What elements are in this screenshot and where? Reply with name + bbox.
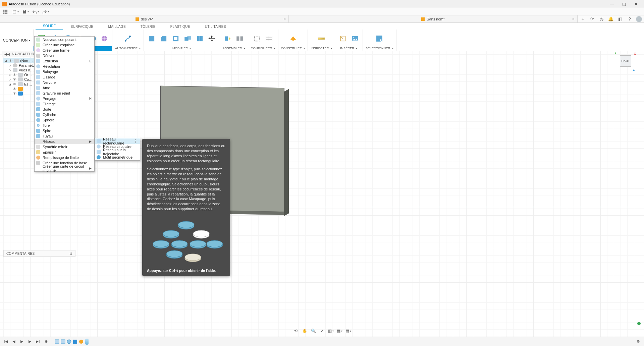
tree-toggle-icon[interactable]: ▷ [8,68,11,72]
tree-toggle-icon[interactable]: ◢ [8,82,11,86]
bell-icon[interactable]: 🔔 [608,16,614,22]
timeline-settings-button[interactable]: ⚙ [635,339,641,345]
tool-asbuilt[interactable] [235,34,245,44]
file-menu-button[interactable] [11,9,19,15]
tool-select[interactable] [374,33,385,44]
tree-toggle-icon[interactable]: ◢ [4,59,7,62]
timeline[interactable] [54,339,89,345]
ribbon-group-label[interactable]: CONSTRUIRE [281,46,305,51]
timeline-node[interactable] [72,339,78,344]
menu-item-revolution[interactable]: Révolution [35,64,94,69]
tool-joint[interactable] [223,34,233,44]
pan-button[interactable]: ✋ [302,328,308,334]
zoom-button[interactable]: 🔍 [310,328,316,334]
visibility-icon[interactable]: 👁 [13,82,17,86]
menu-item-deriver[interactable]: Dériver [35,53,94,58]
timeline-play-button[interactable]: ▶ [19,339,25,345]
ribbon-group-label[interactable]: MODIFIER [172,46,191,51]
window-maximize-button[interactable]: ▢ [618,0,630,8]
menu-item-boite[interactable]: Boîte [35,107,94,112]
tool-split[interactable] [195,34,205,44]
extensions-icon[interactable]: ◧ [617,16,623,22]
ribbon-tab-tolerie[interactable]: TÔLERIE [133,24,163,30]
tree-toggle-icon[interactable]: ▷ [8,78,11,81]
comments-bar[interactable]: COMMENTAIRES ⚙ [3,250,75,257]
timeline-node[interactable] [66,339,72,344]
visibility-icon[interactable]: 👁 [13,87,17,91]
timeline-node[interactable] [54,339,60,344]
tool-config-table[interactable] [264,34,274,44]
pin-icon[interactable]: ⋮ [133,139,137,143]
ribbon-group-label[interactable]: INSÉRER [340,46,357,51]
undo-button[interactable] [32,9,40,15]
window-close-button[interactable]: ✕ [630,0,642,8]
menu-item-balayage[interactable]: Balayage [35,69,94,74]
ribbon-tab-surfacique[interactable]: SURFACIQUE [63,24,101,30]
tool-plane[interactable] [287,33,299,44]
timeline-node[interactable] [78,339,84,344]
ribbon-group-label[interactable]: ASSEMBLER [223,46,245,51]
clock-icon[interactable]: ◷ [598,16,604,22]
status-indicator[interactable] [637,322,641,325]
display-style-button[interactable]: ▥ [328,328,334,334]
model-canvas[interactable]: HAUT X Y Z ⟲ ✋ 🔍 ⤢ ▥ ▦ ▤ [0,51,644,337]
menu-item-nouveau-composant[interactable]: Nouveau composant [35,37,94,42]
timeline-node[interactable] [60,339,66,344]
menu-item-nervure[interactable]: Nervure [35,80,94,85]
menu-item-tore[interactable]: Tore [35,123,94,128]
orbit-button[interactable]: ⟲ [293,328,299,334]
menu-item-percage[interactable]: PerçageH [35,96,94,101]
tool-shell[interactable] [171,34,181,44]
tool-insert-derive[interactable] [338,34,348,44]
app-menu-button[interactable] [1,9,9,15]
window-minimize-button[interactable]: — [606,0,618,8]
menu-item-lissage[interactable]: Lissage [35,74,94,80]
menu-item-epaissir[interactable]: Epaissir [35,150,94,155]
tool-chamfer[interactable] [159,34,169,44]
menu-item-symetrie[interactable]: Symétrie miroir [35,144,94,150]
menu-item-filetage[interactable]: Filetage [35,101,94,107]
tree-toggle-icon[interactable]: ▷ [8,73,11,76]
timeline-next-button[interactable]: ▶ [27,339,33,345]
ribbon-tab-maillage[interactable]: MAILLAGE [101,24,133,30]
menu-item-ame[interactable]: Ame [35,85,94,91]
comments-toggle-icon[interactable]: ⚙ [69,252,72,255]
timeline-feature-marker[interactable]: ⊕ [43,339,49,345]
menu-item-carte-circuit[interactable]: Créer une carte de circuit imprimé▶ [35,166,94,171]
collapse-icon[interactable]: ◀◀ [4,52,10,56]
menu-item-motif-geom[interactable]: Motif géométrique [95,155,140,160]
tool-insert-image[interactable] [350,34,360,44]
close-tab-button[interactable]: × [283,17,286,21]
menu-item-gravure[interactable]: Gravure en relief [35,91,94,96]
timeline-end-button[interactable]: ▶I [35,339,41,345]
timeline-prev-button[interactable]: ◀ [11,339,17,345]
menu-item-reseau[interactable]: Réseau▶ [35,139,94,144]
refresh-icon[interactable]: ⟳ [589,16,595,22]
view-cube[interactable]: HAUT X Y Z [617,53,634,69]
visibility-icon[interactable]: 👁 [9,59,13,63]
visibility-icon[interactable]: 👁 [13,73,17,77]
new-tab-button[interactable]: ＋ [580,16,586,22]
ribbon-group-label[interactable]: INSPECTER [311,46,332,51]
menu-item-sphere[interactable]: Sphère [35,117,94,123]
save-button[interactable] [21,9,30,15]
timeline-start-button[interactable]: I◀ [3,339,9,345]
tool-config-1[interactable] [252,34,262,44]
ribbon-group-label[interactable]: AUTOMATISER [115,46,141,51]
tool-measure[interactable] [316,33,327,44]
visibility-icon[interactable]: 👁 [13,77,17,81]
view-cube-face[interactable]: HAUT [620,55,631,67]
menu-item-creer-esquisse[interactable]: Créer une esquisse [35,42,94,48]
ribbon-tab-utilitaires[interactable]: UTILITAIRES [198,24,233,30]
ribbon-tab-solide[interactable]: SOLIDE [36,23,63,30]
ribbon-group-label[interactable]: SÉLECTIONNER [366,46,393,51]
menu-item-tuyau[interactable]: Tuyau [35,133,94,139]
document-tab[interactable]: dés v4* × [0,15,289,22]
ribbon-group-label[interactable]: CONFIGURER [251,46,275,51]
tree-toggle-icon[interactable]: ▷ [8,64,11,67]
ribbon-tab-plastique[interactable]: PLASTIQUE [163,24,198,30]
menu-item-extrusion[interactable]: ExtrusionE [35,58,94,64]
tool-fillet[interactable] [147,34,157,44]
help-icon[interactable]: ? [627,16,633,22]
close-tab-button[interactable]: × [572,17,575,21]
